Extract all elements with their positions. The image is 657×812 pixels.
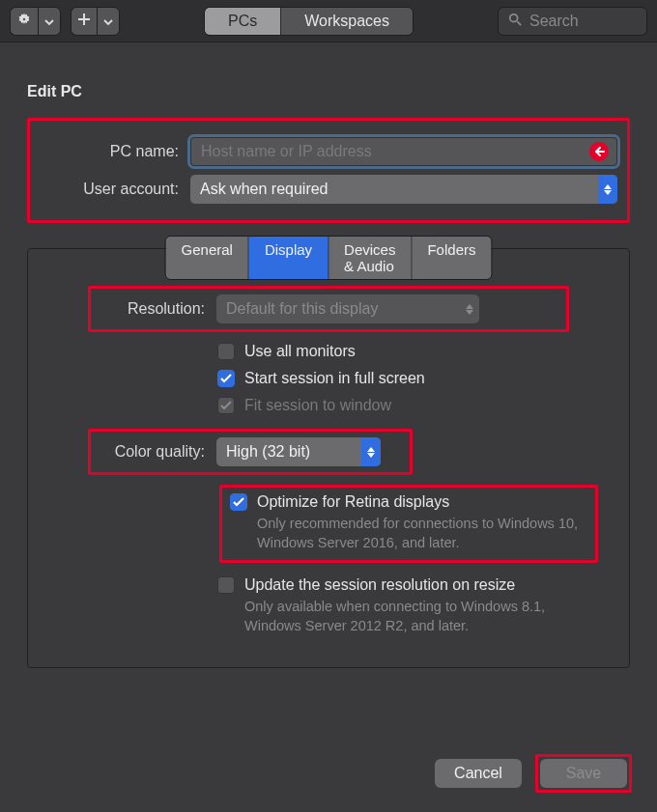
settings-dropdown-button[interactable] [38, 7, 61, 36]
color-quality-label: Color quality: [99, 443, 216, 461]
fit-to-window-checkbox [217, 397, 235, 414]
panel-tabs: General Display Devices & Audio Folders [165, 236, 493, 280]
update-on-resize-checkbox[interactable] [217, 576, 235, 594]
use-all-monitors-label: Use all monitors [244, 343, 356, 360]
svg-point-2 [510, 14, 518, 21]
search-placeholder: Search [529, 13, 579, 30]
pc-name-placeholder: Host name or IP address [201, 143, 372, 160]
select-stepper-icon [361, 437, 381, 466]
page-title: Edit PC [27, 83, 630, 118]
search-icon [508, 13, 522, 30]
tab-devices-audio[interactable]: Devices & Audio [328, 237, 412, 279]
update-on-resize-subtext: Only available when connecting to Window… [244, 598, 602, 635]
resolution-value: Default for this display [226, 300, 378, 318]
gear-icon [16, 12, 32, 31]
tab-pcs[interactable]: PCs [205, 8, 281, 35]
search-input[interactable]: Search [498, 7, 647, 36]
view-segmented-control: PCs Workspaces [204, 7, 414, 36]
pc-name-label: PC name: [40, 143, 190, 160]
chevron-down-icon [103, 13, 113, 30]
start-full-screen-checkbox[interactable] [217, 370, 235, 387]
pc-name-input[interactable]: Host name or IP address [190, 137, 617, 166]
optimize-retina-checkbox[interactable] [230, 493, 247, 511]
optimize-retina-subtext: Only recommended for connections to Wind… [257, 515, 587, 552]
use-all-monitors-checkbox[interactable] [217, 343, 235, 360]
connection-fields-group: PC name: Host name or IP address User ac… [27, 118, 630, 223]
add-button[interactable] [71, 7, 97, 36]
footer-buttons: Cancel Save [435, 754, 632, 793]
error-indicator-icon [589, 142, 609, 161]
user-account-label: User account: [40, 181, 190, 198]
user-account-value: Ask when required [200, 181, 328, 198]
save-button[interactable]: Save [540, 759, 627, 788]
tab-general[interactable]: General [166, 237, 249, 279]
tab-workspaces[interactable]: Workspaces [281, 8, 413, 35]
fit-to-window-label: Fit session to window [244, 397, 391, 414]
add-dropdown-button[interactable] [97, 7, 120, 36]
settings-menu-group [10, 7, 61, 36]
user-account-select[interactable]: Ask when required [190, 175, 617, 204]
resolution-select[interactable]: Default for this display [216, 294, 479, 323]
select-stepper-icon [598, 175, 617, 204]
chevron-down-icon [44, 13, 54, 30]
add-menu-group [71, 7, 120, 36]
start-full-screen-label: Start session in full screen [244, 370, 425, 387]
settings-panel: General Display Devices & Audio Folders … [27, 248, 630, 668]
svg-point-1 [22, 17, 26, 21]
optimize-retina-label: Optimize for Retina displays [257, 493, 587, 511]
resolution-label: Resolution: [99, 300, 216, 318]
tab-display[interactable]: Display [249, 237, 328, 279]
tab-folders[interactable]: Folders [412, 237, 491, 279]
update-on-resize-label: Update the session resolution on resize [244, 576, 602, 594]
color-quality-value: High (32 bit) [226, 443, 310, 461]
color-quality-select[interactable]: High (32 bit) [216, 437, 381, 466]
cancel-button[interactable]: Cancel [435, 759, 522, 788]
plus-icon [77, 13, 91, 30]
select-stepper-icon [460, 294, 479, 323]
toolbar: PCs Workspaces Search [0, 0, 657, 42]
content-area: Edit PC PC name: Host name or IP address… [0, 42, 657, 687]
settings-button[interactable] [10, 7, 38, 36]
